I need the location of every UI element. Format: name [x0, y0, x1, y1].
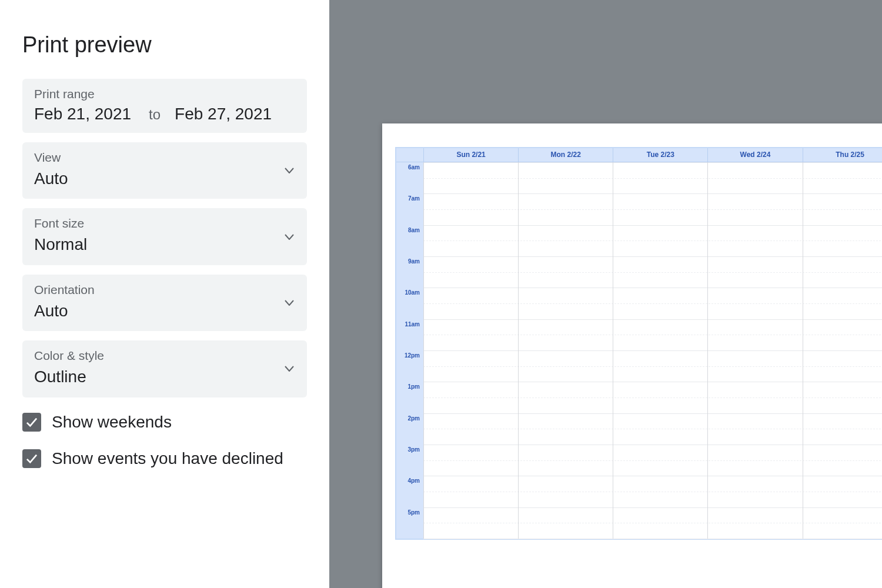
time-label: 6am — [408, 164, 420, 171]
header-gutter — [396, 148, 423, 162]
time-label: 12pm — [405, 352, 420, 359]
chevron-down-icon — [285, 366, 294, 372]
time-label: 1pm — [407, 383, 420, 390]
day-header: Wed 2/24 — [707, 148, 802, 162]
preview-page: Sun 2/21Mon 2/22Tue 2/23Wed 2/24Thu 2/25… — [382, 123, 882, 588]
show-weekends-row[interactable]: Show weekends — [22, 413, 307, 432]
time-label: 2pm — [407, 415, 420, 421]
day-header: Thu 2/25 — [803, 148, 882, 162]
day-column — [613, 162, 707, 539]
view-select[interactable]: View Auto — [22, 142, 307, 199]
font-size-value: Normal — [34, 234, 295, 255]
time-label: 7am — [408, 195, 420, 202]
chevron-down-icon — [285, 168, 294, 173]
hour-line — [423, 539, 882, 539]
preview-area: Sun 2/21Mon 2/22Tue 2/23Wed 2/24Thu 2/25… — [329, 0, 882, 588]
day-column — [423, 162, 518, 539]
show-declined-checkbox[interactable] — [22, 449, 41, 468]
day-column — [803, 162, 882, 539]
show-weekends-label: Show weekends — [52, 413, 172, 432]
time-label: 5pm — [407, 509, 420, 515]
view-label: View — [34, 151, 295, 165]
show-declined-row[interactable]: Show events you have declined — [22, 449, 307, 468]
view-value: Auto — [34, 168, 295, 189]
range-from: Feb 21, 2021 — [34, 105, 131, 123]
calendar-header: Sun 2/21Mon 2/22Tue 2/23Wed 2/24Thu 2/25… — [396, 148, 882, 162]
day-header: Sun 2/21 — [423, 148, 518, 162]
calendar-body: 6am7am8am9am10am11am12pm1pm2pm3pm4pm5pm — [396, 162, 882, 539]
print-range-field[interactable]: Print range Feb 21, 2021 to Feb 27, 2021 — [22, 79, 307, 133]
time-label: 3pm — [407, 446, 420, 453]
page-title: Print preview — [22, 32, 307, 58]
day-header: Tue 2/23 — [613, 148, 707, 162]
calendar-grid — [423, 162, 882, 539]
font-size-select[interactable]: Font size Normal — [22, 208, 307, 265]
orientation-label: Orientation — [34, 283, 295, 297]
day-column — [518, 162, 613, 539]
range-to-word: to — [149, 106, 161, 123]
show-weekends-checkbox[interactable] — [22, 413, 41, 432]
range-to: Feb 27, 2021 — [175, 105, 272, 123]
font-size-label: Font size — [34, 216, 295, 230]
time-label: 9am — [408, 258, 420, 265]
color-style-select[interactable]: Color & style Outline — [22, 340, 307, 397]
print-settings-sidebar: Print preview Print range Feb 21, 2021 t… — [0, 0, 329, 588]
color-style-value: Outline — [34, 366, 295, 387]
orientation-select[interactable]: Orientation Auto — [22, 275, 307, 331]
day-header: Mon 2/22 — [518, 148, 613, 162]
show-declined-label: Show events you have declined — [52, 449, 283, 468]
calendar-preview: Sun 2/21Mon 2/22Tue 2/23Wed 2/24Thu 2/25… — [395, 147, 882, 540]
time-label: 4pm — [407, 477, 420, 484]
time-label: 10am — [405, 289, 420, 296]
print-range-value: Feb 21, 2021 to Feb 27, 2021 — [34, 105, 295, 123]
orientation-value: Auto — [34, 300, 295, 322]
chevron-down-icon — [285, 300, 294, 306]
time-gutter: 6am7am8am9am10am11am12pm1pm2pm3pm4pm5pm — [396, 162, 423, 539]
time-label: 11am — [405, 320, 420, 327]
day-column — [707, 162, 802, 539]
color-style-label: Color & style — [34, 349, 295, 363]
time-label: 8am — [408, 226, 420, 233]
chevron-down-icon — [285, 234, 294, 240]
print-range-label: Print range — [34, 87, 295, 101]
